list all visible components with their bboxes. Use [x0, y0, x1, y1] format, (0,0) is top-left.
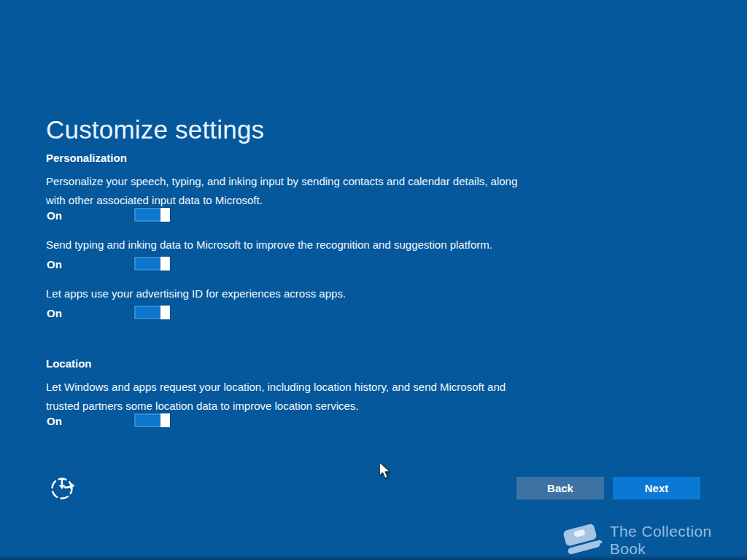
- toggle-knob[interactable]: [160, 208, 170, 222]
- toggle-typing-inking-data[interactable]: [134, 257, 170, 271]
- toggle-knob[interactable]: [160, 257, 170, 271]
- section-heading-personalization: Personalization: [46, 152, 127, 163]
- toggle-state-label: On: [47, 257, 62, 271]
- setting-description-location: Let Windows and apps request your locati…: [46, 378, 506, 416]
- setting-row-location: On: [46, 413, 338, 427]
- book-icon: [562, 522, 604, 559]
- toggle-location[interactable]: [134, 413, 170, 427]
- watermark: The Collection Book: [562, 522, 747, 559]
- setting-description-speech-typing-inking: Personalize your speech, typing, and ink…: [46, 172, 517, 210]
- bottom-vignette: [0, 555, 747, 560]
- toggle-state-label: On: [47, 209, 62, 222]
- toggle-speech-typing-inking[interactable]: [134, 208, 170, 222]
- setting-description-typing-inking-data: Send typing and inking data to Microsoft…: [46, 236, 492, 254]
- toggle-advertising-id[interactable]: [134, 306, 170, 319]
- watermark-label: The Collection Book: [610, 523, 747, 558]
- oobe-customize-settings-screen: Customize settings Personalization Perso…: [0, 0, 747, 560]
- section-heading-location: Location: [46, 358, 92, 369]
- toggle-state-label: On: [47, 306, 62, 320]
- setting-row-typing-inking-data: On: [46, 257, 338, 271]
- back-button[interactable]: Back: [516, 477, 604, 499]
- toggle-state-label: On: [47, 414, 62, 428]
- ease-of-access-icon: [49, 473, 78, 502]
- setting-row-advertising-id: On: [46, 306, 338, 319]
- setting-description-advertising-id: Let apps use your advertising ID for exp…: [46, 284, 346, 303]
- ease-of-access-button[interactable]: [49, 473, 78, 502]
- arrow-cursor-icon: [379, 462, 391, 480]
- page-title: Customize settings: [46, 114, 264, 145]
- toggle-knob[interactable]: [160, 306, 170, 319]
- setting-row-speech-typing-inking: On: [46, 208, 338, 222]
- next-button[interactable]: Next: [613, 477, 700, 499]
- toggle-knob[interactable]: [160, 413, 170, 427]
